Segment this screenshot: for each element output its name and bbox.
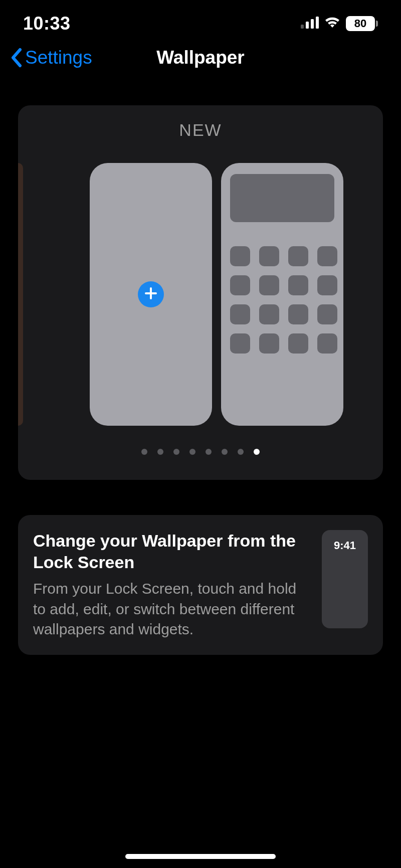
app-icon-placeholder: [288, 246, 308, 266]
tip-thumbnail: 9:41: [322, 530, 368, 628]
wifi-icon: [324, 17, 341, 31]
plus-icon: [144, 287, 157, 302]
tip-title: Change your Wallpaper from the Lock Scre…: [33, 530, 307, 573]
page-dot[interactable]: [189, 449, 195, 455]
app-icon-placeholder: [230, 333, 250, 354]
page-dot[interactable]: [141, 449, 147, 455]
wallpaper-picker-card: NEW: [18, 105, 383, 480]
app-icon-placeholder: [230, 246, 250, 266]
app-icon-placeholder: [288, 304, 308, 324]
page-dot[interactable]: [157, 449, 163, 455]
page-dot[interactable]: [238, 449, 244, 455]
homescreen-preview[interactable]: [221, 163, 343, 426]
battery-icon: 80: [346, 16, 378, 31]
app-icon-placeholder: [259, 333, 279, 354]
status-right: 80: [301, 16, 378, 31]
page-indicator[interactable]: [18, 449, 383, 455]
page-dot[interactable]: [222, 449, 228, 455]
page-dot[interactable]: [173, 449, 179, 455]
page-dot[interactable]: [206, 449, 212, 455]
app-icon-placeholder: [317, 275, 337, 295]
app-icon-placeholder: [230, 275, 250, 295]
back-label: Settings: [25, 47, 92, 68]
cellular-icon: [301, 17, 319, 31]
homescreen-icon-grid: [230, 246, 334, 354]
wallpaper-preview-row[interactable]: [18, 163, 383, 426]
homescreen-widget-placeholder: [230, 174, 334, 222]
chevron-left-icon: [10, 48, 23, 68]
app-icon-placeholder: [259, 275, 279, 295]
status-bar: 10:33 80: [0, 0, 401, 40]
svg-rect-2: [311, 19, 314, 29]
lockscreen-preview[interactable]: [90, 163, 212, 426]
home-indicator[interactable]: [125, 854, 276, 859]
card-header-new: NEW: [18, 120, 383, 140]
lockscreen-tip-card: Change your Wallpaper from the Lock Scre…: [18, 515, 383, 655]
app-icon-placeholder: [259, 304, 279, 324]
app-icon-placeholder: [288, 333, 308, 354]
app-icon-placeholder: [317, 304, 337, 324]
app-icon-placeholder: [317, 333, 337, 354]
tip-description: From your Lock Screen, touch and hold to…: [33, 579, 307, 640]
svg-rect-3: [316, 17, 319, 29]
tip-thumbnail-time: 9:41: [334, 539, 356, 628]
previous-wallpaper-peek[interactable]: [18, 163, 23, 426]
status-time: 10:33: [23, 13, 71, 34]
app-icon-placeholder: [288, 275, 308, 295]
app-icon-placeholder: [259, 246, 279, 266]
app-icon-placeholder: [230, 304, 250, 324]
back-button[interactable]: Settings: [10, 40, 92, 75]
svg-rect-1: [306, 22, 309, 29]
svg-rect-0: [301, 25, 304, 29]
battery-percent: 80: [346, 16, 375, 31]
app-icon-placeholder: [317, 246, 337, 266]
page-title: Wallpaper: [156, 47, 244, 68]
nav-bar: Settings Wallpaper: [0, 40, 401, 75]
add-wallpaper-button[interactable]: [138, 281, 164, 307]
homescreen-layout: [221, 163, 343, 426]
page-dot[interactable]: [254, 449, 260, 455]
